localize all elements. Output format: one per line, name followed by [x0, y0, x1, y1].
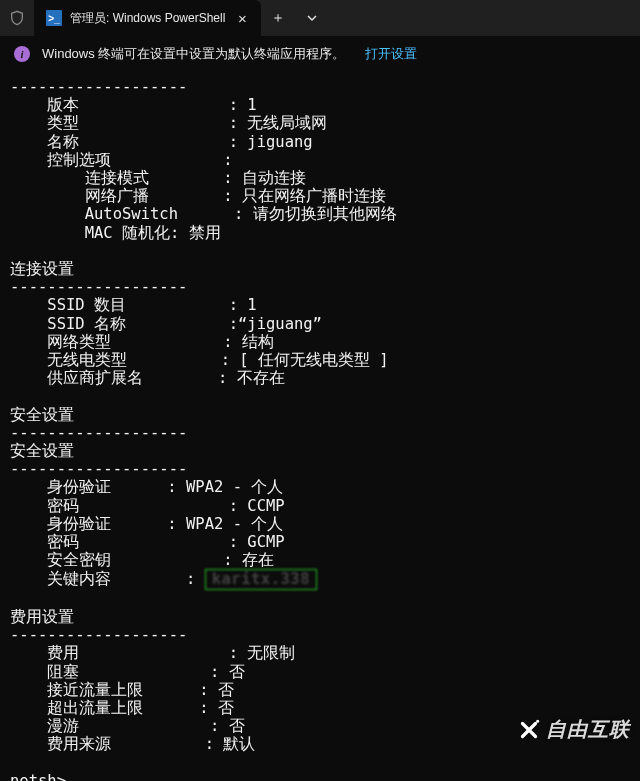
title-bar: >_ 管理员: Windows PowerShell × ＋ [0, 0, 640, 36]
tabs-dropdown[interactable] [295, 0, 329, 36]
powershell-icon: >_ [46, 10, 62, 26]
close-icon[interactable]: × [233, 10, 251, 27]
open-settings-link[interactable]: 打开设置 [365, 45, 417, 63]
infobar-message: Windows 终端可在设置中设置为默认终端应用程序。 [42, 45, 345, 63]
tab-title: 管理员: Windows PowerShell [70, 10, 225, 27]
info-bar: i Windows 终端可在设置中设置为默认终端应用程序。 打开设置 [0, 36, 640, 72]
info-icon: i [14, 46, 30, 62]
tab[interactable]: >_ 管理员: Windows PowerShell × [34, 0, 261, 36]
new-tab-button[interactable]: ＋ [261, 0, 295, 36]
shield-icon [0, 0, 34, 36]
terminal-output: ------------------- 版本 : 1 类型 : 无线局域网 名称… [0, 72, 640, 781]
